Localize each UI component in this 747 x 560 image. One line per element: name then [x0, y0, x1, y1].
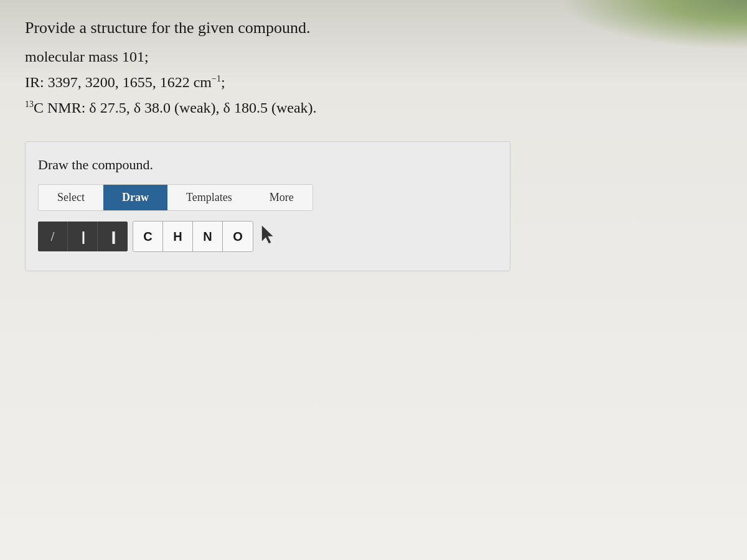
- nmr-label: C NMR: δ 27.5, δ 38.0 (weak), δ 180.5 (w…: [34, 100, 317, 116]
- carbon-element-tool[interactable]: C: [133, 222, 163, 251]
- nitrogen-element-tool[interactable]: N: [193, 222, 223, 251]
- tab-bar: Select Draw Templates More: [38, 184, 313, 211]
- ir-superscript: −1: [212, 74, 221, 83]
- ir-label: IR: 3397, 3200, 1655, 1622 cm: [25, 74, 212, 90]
- draw-section: Draw the compound. Select Draw Templates…: [25, 141, 510, 271]
- bond-tools-group: / || |||: [38, 222, 128, 251]
- single-bond-tool[interactable]: /: [38, 222, 68, 251]
- tab-templates[interactable]: Templates: [167, 185, 251, 210]
- tab-draw[interactable]: Draw: [103, 185, 167, 210]
- triple-bond-tool[interactable]: |||: [98, 222, 128, 251]
- molecular-mass-text: molecular mass 101;: [25, 49, 722, 65]
- double-bond-tool[interactable]: ||: [68, 222, 98, 251]
- element-tools-group: C H N O: [133, 221, 253, 252]
- draw-section-title: Draw the compound.: [38, 157, 497, 173]
- nmr-data-text: 13C NMR: δ 27.5, δ 38.0 (weak), δ 180.5 …: [25, 100, 722, 116]
- tab-more[interactable]: More: [251, 185, 312, 210]
- ir-data-text: IR: 3397, 3200, 1655, 1622 cm−1;: [25, 74, 722, 91]
- oxygen-element-tool[interactable]: O: [223, 222, 253, 251]
- tab-select[interactable]: Select: [39, 185, 103, 210]
- drawing-toolbar: / || ||| C H N O: [38, 221, 497, 252]
- ir-end: ;: [221, 74, 225, 90]
- cursor-indicator: [260, 225, 278, 248]
- question-title: Provide a structure for the given compou…: [25, 19, 722, 37]
- nmr-carbon-superscript: 13: [25, 100, 34, 109]
- hydrogen-element-tool[interactable]: H: [163, 222, 193, 251]
